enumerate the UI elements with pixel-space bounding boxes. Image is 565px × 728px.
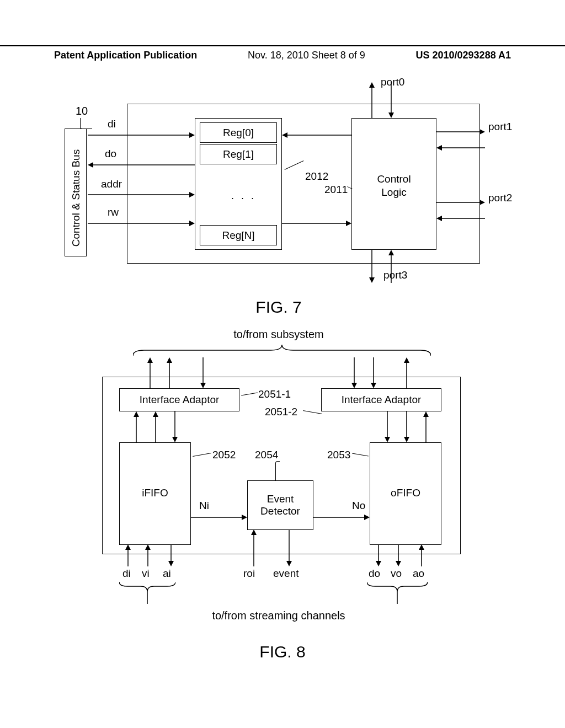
svg-marker-47 [385, 437, 390, 442]
ofifo-do [375, 544, 382, 566]
arrow-di [88, 132, 195, 138]
arrow-do [88, 162, 195, 168]
ia2-ofifo-1 [384, 411, 391, 442]
sig-di: di [108, 118, 116, 130]
evt-ofifo [313, 514, 370, 521]
interface-adaptor-2: Interface Adaptor [321, 388, 441, 411]
sig-do: do [105, 148, 116, 160]
arrow-port3-out [369, 250, 375, 283]
page-header: Patent Application Publication Nov. 18, … [0, 45, 565, 61]
svg-marker-13 [369, 82, 375, 88]
control-logic: Control Logic [351, 118, 436, 250]
svg-marker-5 [189, 192, 195, 197]
label-vi: vi [142, 568, 150, 580]
ref-2051-2: 2051-2 [265, 406, 297, 418]
ia1-ififo-1 [133, 411, 140, 442]
ia2-ofifo-2 [403, 411, 410, 442]
svg-marker-19 [436, 145, 442, 151]
arrow-port0-out [369, 82, 375, 118]
ia1-top-1 [147, 357, 153, 388]
ia1-ififo-2 [152, 411, 159, 442]
svg-marker-45 [172, 437, 178, 442]
label-roi: roi [243, 568, 255, 580]
fig8-caption: FIG. 8 [0, 643, 565, 661]
label-event: event [273, 568, 299, 580]
ref-2011: 2011 [324, 184, 348, 196]
ia2-top-1 [351, 357, 358, 388]
ofifo: oFIFO [370, 442, 441, 545]
reg-ellipsis: . . . [231, 190, 256, 202]
ififo: iFIFO [119, 442, 191, 545]
label-di: di [122, 568, 131, 580]
svg-marker-29 [147, 357, 153, 363]
ia1-top-3 [200, 357, 206, 388]
header-center: Nov. 18, 2010 Sheet 8 of 9 [248, 50, 365, 61]
arrow-port1-in [436, 144, 485, 151]
ref-2053-leader [352, 453, 369, 456]
brace-bottom-1-icon [119, 581, 175, 604]
event-detector: Event Detector [247, 480, 313, 530]
interface-adaptor-1: Interface Adaptor [119, 388, 239, 411]
svg-marker-15 [388, 113, 394, 118]
ref-2054: 2054 [255, 449, 278, 461]
svg-marker-59 [145, 544, 151, 550]
evt-event [286, 529, 292, 566]
svg-marker-27 [388, 250, 394, 255]
arrow-port1-out [436, 129, 485, 135]
fig8-top-label: to/from subsystem [52, 328, 505, 341]
ofifo-vo [395, 544, 402, 566]
svg-marker-7 [189, 221, 195, 226]
svg-marker-61 [168, 561, 174, 566]
bus-label: Control & Status Bus [70, 148, 82, 248]
reg-0: Reg[0] [200, 122, 277, 143]
label-do: do [369, 568, 380, 580]
arrow-rw [88, 220, 195, 227]
port0: port0 [381, 76, 404, 88]
arrow-regs-ctrl-bottom [282, 220, 351, 227]
svg-marker-17 [479, 129, 485, 135]
svg-marker-71 [419, 544, 424, 550]
svg-marker-69 [396, 561, 401, 566]
ref-2051-1-leader [241, 392, 258, 395]
sig-no: No [352, 500, 365, 512]
svg-marker-63 [251, 529, 257, 535]
reg-1: Reg[1] [200, 144, 277, 164]
register-file: Reg[0] Reg[1] . . . Reg[N] [195, 118, 282, 250]
svg-marker-25 [369, 277, 375, 283]
svg-marker-67 [376, 561, 381, 566]
ififo-vi [145, 544, 151, 566]
svg-marker-11 [346, 221, 351, 226]
svg-marker-37 [371, 383, 376, 388]
arrow-port2-in [436, 215, 485, 222]
ia2-top-3 [403, 357, 410, 388]
ref-2052: 2052 [212, 449, 236, 461]
label-ao: ao [413, 568, 424, 580]
ref-2012-leader [285, 160, 304, 170]
arrow-addr [88, 191, 195, 198]
evt-roi [250, 529, 257, 566]
ref-2053: 2053 [327, 449, 350, 461]
brace-top-icon [133, 344, 431, 357]
svg-marker-55 [364, 515, 370, 520]
label-ai: ai [163, 568, 171, 580]
ref-10: 10 [76, 105, 88, 117]
port1: port1 [488, 121, 512, 133]
svg-marker-41 [134, 411, 139, 417]
ref-10-leader [80, 118, 92, 129]
svg-marker-23 [436, 216, 442, 221]
ia1-ififo-3 [172, 411, 178, 442]
svg-marker-1 [189, 132, 195, 138]
svg-marker-53 [242, 515, 247, 520]
header-left: Patent Application Publication [54, 50, 197, 61]
sig-addr: addr [101, 178, 122, 190]
label-vo: vo [391, 568, 402, 580]
ia2-ofifo-3 [423, 411, 429, 442]
ref-2012: 2012 [305, 170, 328, 183]
ref-2052-leader [193, 453, 211, 457]
figure-7: 10 Control & Status Bus di do addr rw Re… [52, 77, 505, 298]
header-right: US 2010/0293288 A1 [416, 50, 511, 61]
svg-marker-3 [88, 162, 93, 168]
figure-8: to/from subsystem Interface Adaptor Inte… [52, 328, 505, 626]
ref-2051-1: 2051-1 [258, 388, 291, 400]
reg-n: Reg[N] [200, 225, 277, 245]
